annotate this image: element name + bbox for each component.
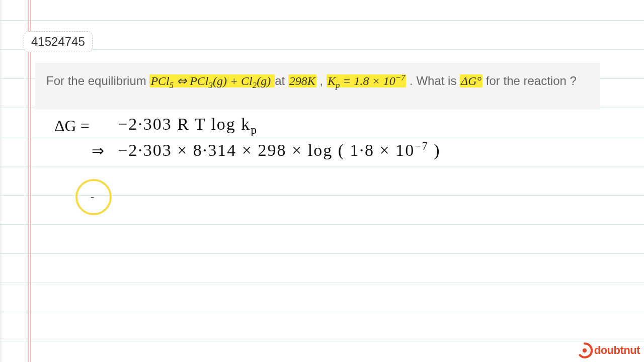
ruled-line [0,341,644,341]
margin-line [30,0,31,362]
svg-point-0 [582,348,587,353]
q-prefix: For the equilibrium [46,74,149,87]
ruled-line [0,312,644,312]
q-reaction: PCl5 ⇔ PCl3(g) + Cl2(g) [149,74,275,87]
work-line1-rhs-text: −2·303 R T log k [118,115,251,133]
notebook-paper: 41524745 For the equilibrium PCl5 ⇔ PCl3… [0,0,644,362]
circle-dash: - [91,190,94,203]
q-rest: for the reaction ? [486,74,577,87]
ruled-line [0,20,644,21]
q-at: at [275,74,288,87]
question-block: For the equilibrium PCl5 ⇔ PCl3(g) + Cl2… [35,63,600,110]
work-line2-arrow: ⇒ [92,142,104,159]
ruled-line [0,283,644,283]
q-comma: , [320,74,327,87]
q-kp: Kp = 1.8 × 10−7 [327,74,407,87]
brand-swirl-icon [576,342,593,359]
question-id-box: 41524745 [24,31,93,52]
work-line2-body: −2·303 × 8·314 × 298 × log ( 1·8 × 10−7 … [118,140,441,160]
work-line1-rhs: −2·303 R T log kp [118,115,258,137]
brand-logo: doubtnut [576,342,640,359]
question-id: 41524745 [31,35,85,48]
ruled-line [0,137,644,137]
work-line1-lhs: ΔG = [54,117,90,135]
ruled-line [0,253,644,254]
work-line1-sub: p [251,123,258,136]
brand-name: doubtnut [594,344,640,357]
q-dg: ΔG° [460,74,482,87]
q-kp-exp: −7 [395,73,406,82]
work-line2-exp: −7 [415,140,429,152]
ruled-line [0,49,644,50]
q-temp: 298K [288,74,316,87]
work-line2-close: ) [429,141,441,159]
ruled-line [0,166,644,166]
left-edge-shadow [0,0,3,362]
margin-line [28,0,29,362]
q-period: . What is [410,74,460,87]
work-line2-text: −2·303 × 8·314 × 298 × log ( 1·8 × 10 [118,141,415,159]
ruled-line [0,224,644,225]
